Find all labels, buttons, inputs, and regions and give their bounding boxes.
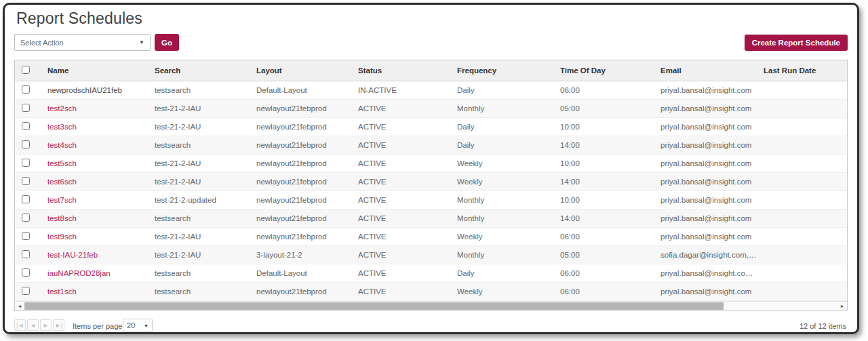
cell-search: testsearch [152,209,254,227]
toolbar: Select Action ▼ Go Create Report Schedul… [14,34,848,52]
items-count-label: 12 of 12 items [800,322,846,330]
row-checkbox[interactable] [22,268,30,277]
cell-frequency: Daily [454,81,557,99]
cell-search: testsearch [152,282,254,300]
column-header-last-run-date[interactable]: Last Run Date [761,60,847,81]
table-row[interactable]: test9sch test-21-2-IAU newlayout21febpro… [15,227,847,245]
cell-name[interactable]: test6sch [45,172,152,190]
column-header-layout[interactable]: Layout [254,60,355,81]
table-row[interactable]: test6sch test-21-2-IAU newlayout21febpro… [15,172,847,190]
action-select[interactable]: Select Action ▼ [14,34,151,51]
row-checkbox-cell [15,227,45,245]
table-row[interactable]: test8sch testsearch newlayout21febprod A… [15,209,847,227]
column-header-frequency[interactable]: Frequency [454,60,557,81]
column-header-email[interactable]: Email [658,60,761,81]
go-button[interactable]: Go [155,34,179,51]
row-checkbox[interactable] [22,140,30,148]
row-checkbox[interactable] [22,85,30,94]
cell-name[interactable]: test3sch [45,117,152,136]
table-row[interactable]: newprodschIAU21feb testsearch Default-La… [15,81,847,99]
cell-layout: Default-Layout [254,264,355,282]
table-row[interactable]: test2sch test-21-2-IAU newlayout21febpro… [15,99,847,117]
cell-time-of-day: 14:00 [557,209,658,227]
table-row[interactable]: test-IAU-21feb test-21-2-IAU 3-layout-21… [15,245,847,264]
cell-email: priyal.bansal@insight.com [658,190,761,209]
cell-status: ACTIVE [355,245,454,264]
horizontal-scrollbar[interactable]: ◄ ► [15,301,847,310]
cell-last-run-date [761,282,847,300]
row-checkbox-cell [15,136,45,154]
cell-layout: newlayout21febprod [254,99,355,117]
cell-name[interactable]: test9sch [45,227,152,245]
cell-layout: newlayout21febprod [254,227,355,245]
row-checkbox[interactable] [22,287,30,295]
cell-search: test-21-2-IAU [152,172,254,190]
table-row[interactable]: test5sch test-21-2-IAU newlayout21febpro… [15,154,847,172]
cell-name[interactable]: test4sch [45,136,152,154]
last-page-button[interactable]: ►| [53,319,64,331]
page-title: Report Schedules [16,9,142,28]
cell-status: ACTIVE [355,117,454,136]
column-header-name[interactable]: Name [45,60,152,81]
row-checkbox[interactable] [22,232,30,240]
row-checkbox-cell [15,190,45,209]
table-row[interactable]: test4sch testsearch newlayout21febprod A… [15,136,847,154]
cell-time-of-day: 06:00 [557,282,658,300]
row-checkbox-cell [15,172,45,190]
cell-search: testsearch [152,264,254,282]
cell-name[interactable]: test1sch [45,282,152,300]
row-checkbox[interactable] [22,122,30,130]
column-header-time-of-day[interactable]: Time Of Day [557,60,658,81]
cell-time-of-day: 06:00 [557,81,658,99]
column-header-search[interactable]: Search [152,60,254,81]
cell-email: priyal.bansal@insight.com [658,81,761,99]
cell-email: priyal.bansal@insight.com [658,172,761,190]
cell-name[interactable]: test8sch [45,209,152,227]
row-checkbox[interactable] [22,214,30,222]
column-header-status[interactable]: Status [355,60,454,81]
scroll-right-icon[interactable]: ► [837,302,847,310]
create-report-schedule-button[interactable]: Create Report Schedule [745,35,848,51]
cell-time-of-day: 05:00 [557,245,658,264]
cell-name[interactable]: newprodschIAU21feb [45,81,152,99]
row-checkbox[interactable] [22,250,30,258]
cell-name[interactable]: test5sch [45,154,152,172]
cell-name[interactable]: test-IAU-21feb [45,245,152,264]
row-checkbox[interactable] [22,159,30,167]
cell-frequency: Monthly [454,99,557,117]
cell-search: testsearch [152,136,254,154]
cell-name[interactable]: test2sch [45,99,152,117]
cell-frequency: Monthly [454,209,557,227]
row-checkbox[interactable] [22,177,30,185]
cell-frequency: Weekly [454,282,557,300]
cell-search: test-21-2-IAU [152,245,254,264]
next-page-button[interactable]: ► [40,319,52,331]
first-page-button[interactable]: |◄ [14,319,26,331]
cell-status: ACTIVE [355,227,454,245]
cell-time-of-day: 14:00 [557,136,658,154]
table-row[interactable]: test7sch test-21-2-updated newlayout21fe… [15,190,847,209]
cell-name[interactable]: iauNAPROD28jan [45,264,152,282]
cell-status: ACTIVE [355,172,454,190]
cell-layout: newlayout21febprod [254,154,355,172]
cell-name[interactable]: test7sch [45,190,152,209]
row-checkbox[interactable] [22,104,30,112]
cell-time-of-day: 14:00 [557,172,658,190]
cell-search: testsearch [152,81,254,99]
select-all-checkbox[interactable] [22,66,30,74]
table-row[interactable]: test3sch test-21-2-IAU newlayout21febpro… [15,117,847,136]
row-checkbox-cell [15,209,45,227]
row-checkbox[interactable] [22,195,30,203]
table-row[interactable]: iauNAPROD28jan testsearch Default-Layout… [15,264,847,282]
cell-email: sofia.dagar@insight.com, priy... [658,245,761,264]
scroll-left-icon[interactable]: ◄ [15,302,24,310]
cell-time-of-day: 10:00 [557,117,658,136]
cell-last-run-date [761,81,847,99]
table-row[interactable]: test1sch testsearch newlayout21febprod A… [15,282,847,300]
horizontal-scrollbar-thumb[interactable] [24,302,724,310]
cell-email: priyal.bansal@insight.com [658,209,761,227]
cell-status: ACTIVE [355,209,454,227]
cell-frequency: Weekly [454,172,557,190]
previous-page-button[interactable]: ◄ [27,319,39,331]
items-per-page-select[interactable]: 20 ▼ [123,319,153,332]
